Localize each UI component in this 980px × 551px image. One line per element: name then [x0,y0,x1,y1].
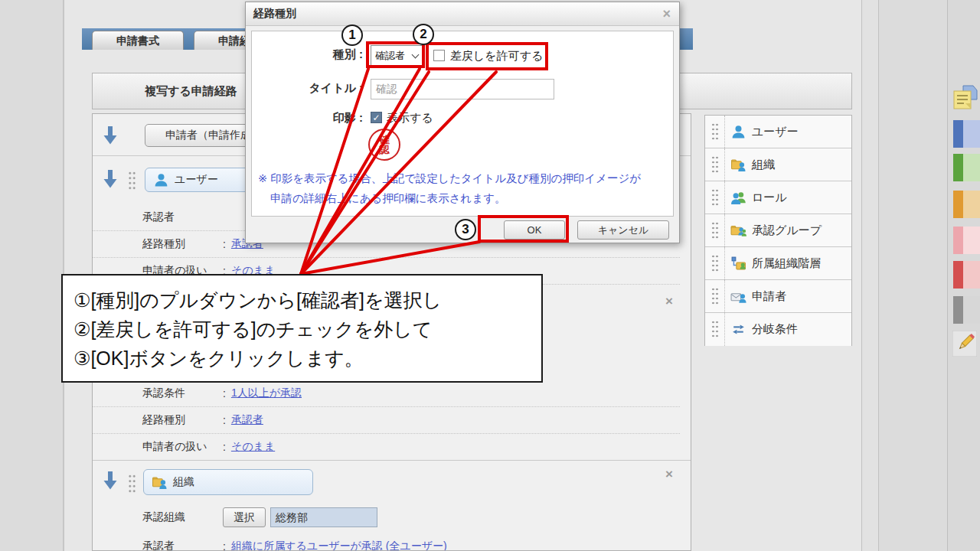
palette-item[interactable] [953,154,980,181]
detail-value-link[interactable]: 承認者 [231,413,263,427]
palette-item[interactable] [953,191,980,218]
detail-label: 経路種別 [142,413,223,427]
seal-note-line1: ※ 印影を表示する場合、上記で設定したタイトル及び種別の押印イメージが [258,171,641,186]
close-icon[interactable]: × [662,7,671,21]
chevron-down-icon [412,51,420,59]
approver-detail-row: 承認条件:1人以上が承認 [93,380,680,407]
drag-dots [711,188,719,207]
hierarchy-icon [730,256,746,272]
allow-return-checkbox[interactable] [433,50,445,61]
drag-dots [711,287,719,305]
user-icon [153,172,169,188]
detail-label: 経路種別 [142,237,223,251]
sidebar-item-label: 承認グループ [752,223,822,238]
detail-label: 申請者の扱い [142,440,223,454]
org-icon [730,157,746,173]
detail-value-link[interactable]: そのまま [231,440,275,454]
allow-return-label: 差戻しを許可する [450,49,543,64]
tab-application-form[interactable]: 申請書式 [92,31,184,50]
palette-swatch-light [963,120,980,148]
sidebar-item-label: 分岐条件 [752,322,798,337]
sidebar-item-label: 申請者 [752,289,786,304]
palette-swatch-dark [953,120,963,148]
seal-stamp-preview: 確 認 [368,129,400,161]
type-label: 種別 : [252,47,363,62]
organization-step-button[interactable]: 組織 [143,469,313,495]
instruction-line: ②[差戻しを許可する]のチェックを外して [74,315,541,344]
close-icon[interactable]: × [665,468,673,481]
colon: : [223,414,226,426]
colon: : [223,238,226,250]
palette-swatch-dark [953,261,963,289]
drag-handle[interactable] [705,313,725,346]
approver-step-details: 承認条件:1人以上が承認経路種別:承認者申請者の扱い:そのまま [93,380,680,461]
show-seal-checkbox[interactable]: ✓ [371,112,382,123]
drag-handle[interactable] [705,148,725,181]
sidebar-item-applicant[interactable]: 申請者 [705,280,851,313]
palette-swatch-light [963,261,980,289]
org-approver-link[interactable]: 組織に所属するユーザーが承認 (全ユーザー) [231,540,447,551]
branch-icon [730,321,746,337]
drag-handle[interactable] [705,247,725,279]
instruction-line: ①[種別]のプルダウンから[確認者]を選択し [74,285,541,315]
type-dropdown[interactable]: 確認者 [371,45,423,66]
org-name-field[interactable]: 総務部 [270,507,377,527]
parts-sidebar: ユーザー組織ロール承認グループ所属組織階層申請者分岐条件 [704,115,852,346]
row-divider [93,460,691,461]
sidebar-item-role[interactable]: ロール [705,181,851,214]
title-input[interactable]: 確認 [371,79,554,99]
detail-value-link[interactable]: 1人以上が承認 [231,386,302,400]
drag-handle[interactable] [705,181,725,214]
ok-button[interactable]: OK [504,220,565,240]
sidebar-item-user[interactable]: ユーザー [705,116,851,148]
step-badge-3: 3 [455,219,476,240]
palette-item[interactable] [953,120,980,148]
show-seal-label: 表示する [387,111,433,126]
drag-handle[interactable] [705,214,725,246]
palette-item[interactable] [953,296,980,324]
sidebar-item-label: ユーザー [752,125,799,139]
palette-swatch-light [963,227,980,254]
close-icon[interactable]: × [665,295,673,308]
palette-swatch-light [963,296,980,324]
drag-handle[interactable] [705,280,725,312]
sidebar-item-branch[interactable]: 分岐条件 [705,313,851,346]
drag-handle[interactable] [128,171,136,191]
sidebar-item-hierarchy[interactable]: 所属組織階層 [705,247,851,280]
approval-org-row: 承認組織 : [93,503,680,532]
palette-swatch-dark [953,154,963,181]
arrow-down-icon [102,126,119,145]
colon: : [223,387,226,399]
palette-item[interactable] [953,261,980,289]
drag-handle[interactable] [128,474,136,494]
sidebar-item-approval-group[interactable]: 承認グループ [705,214,851,247]
title-label: タイトル : [252,81,363,96]
user-icon [730,124,746,140]
drag-dots [711,155,719,174]
drag-dots [711,320,719,338]
detail-label: 承認条件 [142,386,223,400]
arrow-down-icon [102,471,119,491]
middle-column-gap [861,0,879,551]
pencil-icon[interactable] [952,331,977,360]
drag-dots [711,122,719,141]
dialog-title: 経路種別 [246,2,679,26]
drag-dots [711,254,719,272]
drag-dots [711,221,719,240]
sidebar-item-label: 所属組織階層 [752,256,821,271]
approver-detail-row: 申請者の扱い:そのまま [93,434,680,461]
palette-swatch-dark [953,191,963,218]
seal-note-line2: 申請の詳細右上にある押印欄に表示されます。 [270,191,506,206]
palette-swatch-light [963,191,980,218]
cancel-button[interactable]: キャンセル [577,220,669,240]
step-badge-1: 1 [341,24,363,46]
drag-handle[interactable] [705,116,725,148]
step-badge-2: 2 [413,24,434,45]
select-org-button[interactable]: 選択 [223,507,266,527]
approver-detail-row: 経路種別:承認者 [93,407,680,434]
sidebar-item-org[interactable]: 組織 [705,148,851,181]
sidebar-item-label: ロール [752,191,787,205]
palette-item[interactable] [953,227,980,254]
note-icon[interactable] [952,84,978,115]
colon: : [223,441,226,453]
